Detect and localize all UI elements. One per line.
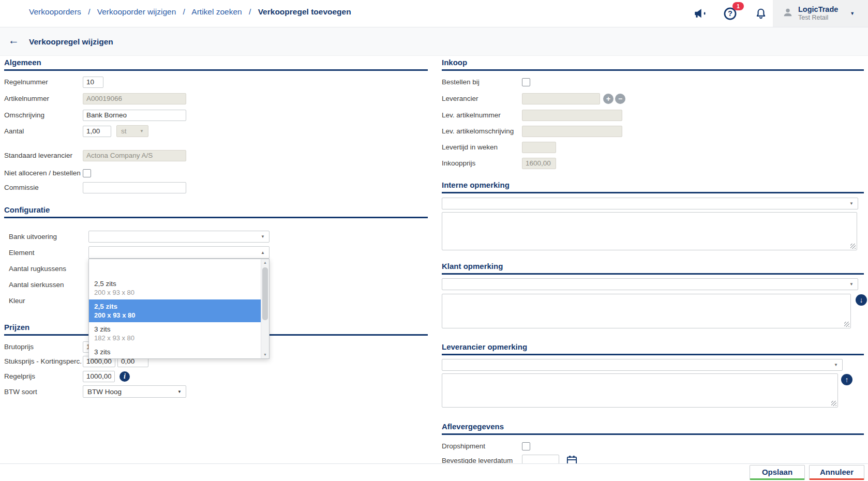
element-select[interactable]: ▲ — [88, 246, 270, 259]
brutoprijs-label: Brutoprijs — [4, 343, 83, 351]
scrollbar-thumb[interactable] — [262, 267, 268, 320]
save-button[interactable]: Opslaan — [750, 465, 805, 480]
resize-handle-icon[interactable] — [844, 322, 849, 327]
breadcrumb-verkooporder-wijzigen[interactable]: Verkooporder wijzigen — [97, 7, 176, 16]
row-leverancier: Leverancier + − — [442, 93, 625, 104]
element-label: Element — [9, 249, 88, 257]
niet-alloceren-checkbox[interactable] — [83, 169, 91, 177]
option-label: 3 zits — [94, 325, 256, 334]
option-label: 3 zits — [94, 348, 256, 356]
dropshipment-checkbox[interactable] — [522, 442, 530, 450]
page-header: ← Verkoopregel wijzigen — [0, 27, 868, 56]
row-aantal-sierkussen: Aantal sierkussen — [9, 279, 88, 291]
lev-artikelomschrijving-label: Lev. artikelomschrijving — [442, 127, 522, 135]
row-regelnummer: Regelnummer — [4, 76, 103, 88]
breadcrumb-artikel-zoeken[interactable]: Artikel zoeken — [191, 7, 242, 16]
scroll-up-icon[interactable]: ▲ — [261, 259, 269, 266]
caret-down-icon: ▼ — [849, 201, 854, 206]
bestellen-bij-checkbox[interactable] — [522, 78, 530, 86]
option-label: 2,5 zits — [94, 302, 256, 311]
bestellen-bij-label: Bestellen bij — [442, 78, 522, 86]
lev-artikelomschrijving-input — [522, 126, 622, 137]
dropdown-option[interactable]: 3 zits 182 x 93 x 80 — [89, 322, 261, 345]
btw-soort-select[interactable]: BTW Hoog ▼ — [83, 385, 186, 398]
option-dimensions: 200 x 93 x 80 — [94, 311, 256, 320]
remove-leverancier-icon[interactable]: − — [615, 94, 625, 104]
row-element: Element ▲ — [9, 246, 270, 259]
aantal-input[interactable] — [83, 126, 111, 137]
leverancier-opmerking-textarea[interactable] — [442, 373, 838, 408]
section-aflevergegevens: Aflevergegevens — [442, 422, 864, 435]
resize-handle-icon[interactable] — [831, 401, 836, 406]
scroll-down-icon[interactable]: ▼ — [261, 351, 269, 358]
section-algemeen: Algemeen — [4, 58, 428, 71]
chevron-down-icon: ▼ — [850, 11, 855, 16]
bell-icon[interactable] — [754, 6, 768, 21]
section-interne-opmerking: Interne opmerking — [442, 181, 864, 193]
interne-opmerking-textarea[interactable] — [442, 212, 857, 250]
row-btw-soort: BTW soort BTW Hoog ▼ — [4, 385, 186, 398]
niet-alloceren-label: Niet alloceren / bestellen — [4, 169, 83, 177]
user-menu[interactable]: LogicTrade Test Retail ▼ — [773, 0, 868, 27]
dropdown-option-empty[interactable] — [89, 259, 261, 277]
section-configuratie: Configuratie — [4, 205, 428, 218]
omschrijving-label: Omschrijving — [4, 111, 83, 119]
commissie-input[interactable] — [83, 182, 186, 193]
caret-down-icon: ▼ — [261, 234, 265, 239]
caret-down-icon: ▼ — [834, 363, 838, 367]
option-dimensions: 200 x 93 x 80 — [94, 288, 256, 297]
row-lev-artikelnummer: Lev. artikelnummer — [442, 109, 622, 121]
row-aantal: Aantal st ▼ — [4, 125, 148, 137]
klant-opmerking-select[interactable]: ▼ — [442, 278, 858, 290]
row-lev-artikelomschrijving: Lev. artikelomschrijving — [442, 125, 622, 137]
back-arrow-icon[interactable]: ← — [8, 34, 19, 47]
option-label: 2,5 zits — [94, 279, 256, 288]
copy-up-arrow-icon[interactable]: ↑ — [841, 374, 852, 385]
footer-actions: Opslaan Annuleer — [0, 463, 868, 481]
cancel-button[interactable]: Annuleer — [809, 465, 864, 480]
resize-handle-icon[interactable] — [850, 244, 856, 249]
dropdown-scrollbar[interactable]: ▲ ▼ — [261, 259, 269, 358]
user-name: LogicTrade — [798, 5, 838, 14]
row-bestellen-bij: Bestellen bij — [442, 76, 530, 88]
copy-down-arrow-icon[interactable]: ↓ — [856, 294, 867, 306]
leverancier-label: Leverancier — [442, 95, 522, 102]
standaard-leverancier-input — [83, 150, 186, 161]
bank-uitvoering-select[interactable]: ▼ — [88, 231, 270, 243]
standaard-leverancier-label: Standaard leverancier — [4, 152, 83, 159]
row-inkoopprijs: Inkoopprijs — [442, 157, 556, 169]
row-commissie: Commissie — [4, 182, 186, 193]
option-dimensions: 182 x 93 x 80 — [94, 334, 256, 342]
caret-down-icon: ▼ — [849, 282, 854, 287]
omschrijving-input[interactable] — [83, 110, 186, 121]
row-dropshipment: Dropshipment — [442, 440, 530, 452]
interne-opmerking-select[interactable]: ▼ — [442, 198, 858, 209]
levertijd-label: Levertijd in weken — [442, 143, 522, 151]
klant-opmerking-textarea[interactable] — [442, 294, 851, 328]
svg-text:?: ? — [728, 9, 732, 18]
user-environment: Test Retail — [798, 14, 838, 22]
notification-badge: 1 — [732, 2, 744, 10]
section-inkoop: Inkoop — [442, 58, 864, 71]
regelnummer-input[interactable] — [83, 77, 103, 88]
aantal-unit-select: st ▼ — [116, 125, 148, 137]
aantal-unit-value: st — [121, 127, 127, 135]
regelnummer-label: Regelnummer — [4, 78, 83, 86]
dropdown-option[interactable]: 2,5 zits 200 x 93 x 80 — [89, 277, 261, 299]
add-leverancier-icon[interactable]: + — [603, 94, 613, 104]
row-bank-uitvoering: Bank uitvoering ▼ — [9, 231, 270, 243]
caret-up-icon: ▲ — [261, 250, 265, 255]
breadcrumb-verkooporders[interactable]: Verkooporders — [29, 7, 81, 16]
aantal-sierkussen-label: Aantal sierkussen — [9, 281, 88, 289]
regelprijs-input[interactable] — [83, 371, 115, 382]
dropdown-option[interactable]: 3 zits — [89, 345, 261, 358]
leverancier-opmerking-select[interactable]: ▼ — [442, 359, 843, 371]
row-niet-alloceren: Niet alloceren / bestellen — [4, 167, 91, 179]
row-regelprijs: Regelprijs i — [4, 370, 130, 382]
info-icon[interactable]: i — [119, 371, 130, 382]
megaphone-icon[interactable] — [693, 6, 707, 21]
aantal-rugkussens-label: Aantal rugkussens — [9, 265, 88, 273]
kleur-label: Kleur — [9, 297, 88, 305]
row-levertijd: Levertijd in weken — [442, 141, 556, 153]
dropdown-option-highlighted[interactable]: 2,5 zits 200 x 93 x 80 — [89, 299, 261, 322]
